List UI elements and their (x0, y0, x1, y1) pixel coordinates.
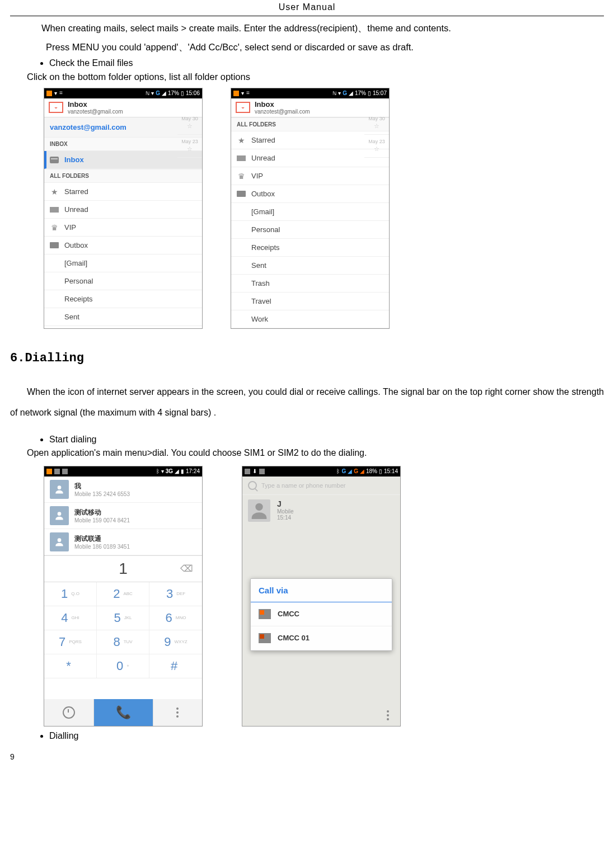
key-letters: Q.O (71, 591, 79, 596)
folder-row[interactable]: Travel (231, 293, 389, 310)
sb-battery-icon: ▯ (368, 90, 371, 96)
inbox-title: Inbox (255, 101, 310, 108)
folder-row[interactable]: Sent (231, 257, 389, 275)
svg-point-2 (58, 538, 62, 542)
crown-icon: ♛ (50, 224, 59, 231)
envelope-icon (50, 207, 59, 213)
inbox-email: vanzotest@gmail.com (68, 108, 123, 115)
dialog-option-cmcc01[interactable]: CMCC 01 (251, 626, 392, 650)
keypad-key-4[interactable]: 4GHI (44, 606, 97, 630)
avatar (50, 532, 69, 551)
folder-row[interactable]: ♛VIP (231, 167, 389, 185)
folder-row[interactable]: Outbox (231, 185, 389, 203)
sb-battery-pct: 17% (355, 90, 366, 96)
sb-net-g2: G (354, 468, 358, 474)
outbox-icon (50, 242, 59, 248)
sb-net-label: G (156, 90, 160, 96)
screenshot-email-b: ▾ = ℕ ▾ G ◢ 17% ▯ 15:07 Inbox vanzotest@… (231, 88, 390, 329)
keypad-key-7[interactable]: 7PQRS (44, 630, 97, 654)
sb-time: 15:06 (186, 90, 200, 96)
contact-row[interactable]: 测试移动Mobile 159 0074 8421 (44, 503, 202, 529)
menu-dots-icon[interactable] (387, 710, 389, 720)
page-number: 9 (10, 752, 604, 761)
statusbar-c: ᛒ ▾ 3G ◢ ▮ 17:24 (44, 466, 202, 477)
person-icon (54, 484, 65, 495)
screenshot-email-a: ▾ = ℕ ▾ G ◢ 17% ▯ 15:06 Inbox vanzotest@… (44, 88, 203, 329)
star-icon: ★ (50, 188, 59, 195)
sb-notif-icon (46, 91, 52, 96)
key-letters: DEF (176, 591, 185, 596)
keypad-key-3[interactable]: 3DEF (149, 582, 202, 606)
keypad-key-9[interactable]: 9WXYZ (149, 630, 202, 654)
keypad-key-1[interactable]: 1Q.O (44, 582, 97, 606)
keypad-key-8[interactable]: 8TUV (97, 630, 149, 654)
contact-type: Mobile (277, 508, 293, 515)
bullet-dialling: Dialling (49, 731, 604, 741)
keypad-key-#[interactable]: # (149, 654, 202, 678)
folder-name: Trash (251, 279, 270, 287)
contact-number: Mobile 135 2424 6553 (74, 491, 130, 497)
folder-row[interactable]: Receipts (231, 239, 389, 257)
folder-row[interactable]: Personal (231, 221, 389, 239)
svg-point-0 (58, 485, 62, 489)
heading-dialling: 6.Dialling (10, 351, 604, 365)
clock-icon (63, 706, 75, 719)
folder-name: Unread (251, 154, 275, 162)
avatar (50, 506, 69, 525)
folder-row[interactable]: Trash (231, 275, 389, 293)
folder-row[interactable]: Unread (44, 201, 202, 219)
statusbar-a: ▾ = ℕ ▾ G ◢ 17% ▯ 15:06 (44, 88, 202, 98)
sb-nfc-icon: ℕ (146, 91, 149, 96)
svg-point-3 (255, 503, 263, 510)
envelope-icon (237, 155, 246, 161)
history-button[interactable] (44, 699, 94, 726)
keypad-key-2[interactable]: 2ABC (97, 582, 149, 606)
sb-signal-icon: ◢ (175, 468, 179, 474)
key-letters: WXYZ (175, 639, 188, 644)
sb-net-g1: G (341, 468, 346, 474)
folder-row[interactable]: Receipts (44, 290, 202, 308)
avatar (248, 499, 270, 522)
dialog-option-cmcc[interactable]: CMCC (251, 602, 392, 626)
folder-name: Outbox (251, 190, 275, 198)
call-button[interactable]: 📞 (94, 699, 153, 726)
sb-3g-label: 3G (166, 468, 173, 474)
folder-row[interactable]: [Gmail] (44, 254, 202, 272)
inbox-email: vanzotest@gmail.com (255, 108, 310, 115)
folder-row[interactable]: ♛VIP (44, 219, 202, 237)
sim-icon-2 (259, 633, 271, 643)
backspace-icon[interactable]: ⌫ (180, 563, 193, 574)
section-all-folders: ALL FOLDERS (44, 169, 202, 183)
sb-net-label: G (343, 90, 347, 96)
folder-row[interactable]: Personal (44, 272, 202, 290)
key-digit: 7 (59, 635, 65, 649)
sb-wifi-icon: ▾ (161, 468, 164, 474)
folder-row[interactable]: Work (231, 310, 389, 328)
contact-name: 测试联通 (74, 534, 130, 544)
sb-sig2-icon: ◢ (360, 468, 364, 474)
keypad-key-5[interactable]: 5JKL (97, 606, 149, 630)
bottom-menu-area (242, 705, 400, 726)
contact-number: Mobile 159 0074 8421 (74, 517, 130, 523)
contact-row[interactable]: 我Mobile 135 2424 6553 (44, 477, 202, 503)
key-digit: 5 (114, 611, 120, 625)
folder-row[interactable]: Outbox (44, 237, 202, 254)
message-preview-column: May 30☆ May 23☆ (177, 112, 202, 158)
contact-row[interactable]: 测试联通Mobile 186 0189 3451 (44, 529, 202, 555)
folder-name: Inbox (64, 155, 84, 164)
sb-time: 17:24 (186, 468, 200, 474)
sb-wifi-icon: = (246, 90, 250, 96)
menu-button[interactable] (153, 699, 203, 726)
keypad-key-6[interactable]: 6MNO (149, 606, 202, 630)
folder-row[interactable]: ★Starred (44, 183, 202, 201)
keypad-key-*[interactable]: * (44, 654, 97, 678)
folder-row[interactable]: Sent (44, 308, 202, 326)
key-letters: + (126, 663, 129, 668)
folder-row[interactable]: [Gmail] (231, 203, 389, 221)
contact-result[interactable]: J Mobile 15:14 (242, 495, 400, 526)
keypad-key-0[interactable]: 0+ (97, 654, 149, 678)
dialed-number: 1 (119, 560, 128, 578)
intro-line1: When creating mails, select mails > crea… (10, 21, 604, 35)
folder-name: Starred (251, 136, 275, 144)
search-field[interactable]: Type a name or phone number (242, 477, 400, 495)
